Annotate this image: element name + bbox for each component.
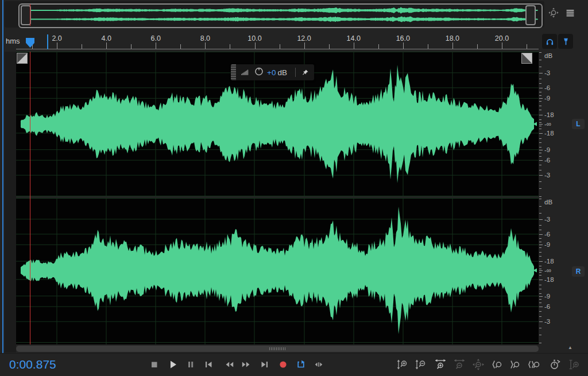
waveform-editor[interactable] — [16, 52, 539, 344]
zoom-in-time-icon — [434, 358, 447, 371]
audio-editor-panel: hms 2.04.06.08.010.012.014.016.018.020.0… — [0, 0, 588, 376]
db-scale-right-channel: dB-3-3-6-6-9-9-18-18-∞ — [539, 198, 573, 344]
zoom-amplitude-alt-icon — [567, 358, 581, 371]
stop-button[interactable] — [148, 358, 161, 371]
zoom-to-selection-button[interactable] — [527, 358, 541, 371]
db-scale-label: -6 — [544, 84, 550, 91]
db-scale-label: -18 — [544, 130, 554, 137]
db-tick — [539, 343, 541, 343]
overview-right-handle[interactable] — [525, 5, 536, 25]
zoom-navigator-button[interactable] — [547, 6, 560, 20]
playhead-line — [30, 52, 30, 344]
db-scale-label: -6 — [544, 303, 550, 310]
play-button[interactable] — [166, 358, 180, 371]
overview-navigator[interactable] — [5, 1, 544, 28]
horizontal-scrollbar[interactable] — [16, 346, 539, 352]
scrollbar-grip-icon[interactable] — [269, 347, 285, 350]
zoom-amplitude-disabled-button[interactable] — [567, 358, 581, 371]
db-tick — [539, 261, 543, 262]
collapse-arrow-icon[interactable]: ▲ — [568, 345, 572, 350]
zoom-out-point-icon — [508, 358, 522, 371]
channel-badge-left[interactable]: L — [572, 119, 585, 129]
ruler-time-label: 14.0 — [341, 34, 366, 42]
db-tick — [539, 142, 541, 143]
db-tick — [539, 285, 541, 285]
zoom-out-time-button[interactable] — [452, 358, 466, 371]
pin-hud-icon[interactable] — [301, 68, 310, 77]
db-tick — [539, 206, 541, 207]
db-tick — [539, 110, 541, 110]
skip-selection-button[interactable] — [312, 358, 326, 371]
fast-forward-button[interactable] — [239, 358, 253, 371]
db-scale-label: -6 — [544, 231, 550, 238]
time-ruler[interactable]: hms 2.04.06.08.010.012.014.016.018.020.0 — [5, 34, 539, 49]
loop-icon — [294, 358, 308, 371]
zoom-in-point-icon — [490, 358, 504, 371]
ruler-time-label: 4.0 — [94, 34, 119, 42]
panel-menu-button[interactable] — [563, 6, 577, 20]
time-display[interactable]: 0:00.875 — [9, 358, 56, 371]
zoom-out-amplitude-icon — [414, 358, 428, 371]
db-tick — [539, 147, 541, 148]
panel-menu-icon — [564, 7, 577, 20]
zoom-to-in-point-button[interactable] — [490, 358, 504, 371]
fade-in-handle[interactable] — [17, 53, 28, 64]
db-scale-header: dB — [544, 52, 552, 59]
db-scale-label: -9 — [544, 293, 550, 300]
db-tick — [539, 122, 541, 123]
pause-button[interactable] — [184, 358, 198, 371]
zoom-in-amplitude-button[interactable] — [396, 358, 409, 371]
db-tick — [539, 101, 541, 102]
loop-playback-button[interactable] — [294, 358, 308, 371]
db-tick — [539, 275, 541, 276]
db-tick — [539, 219, 543, 220]
db-tick — [539, 321, 543, 322]
ruler-units-label[interactable]: hms — [6, 37, 20, 45]
zoom-out-amplitude-button[interactable] — [414, 358, 428, 371]
db-tick — [539, 270, 543, 271]
headphones-icon — [544, 36, 555, 47]
skip-start-icon — [202, 358, 215, 371]
db-tick — [539, 299, 541, 300]
db-scale-label: -9 — [544, 146, 550, 153]
db-tick — [539, 98, 543, 99]
db-tick — [539, 67, 541, 67]
playhead-marker[interactable] — [26, 38, 34, 48]
db-tick — [539, 150, 543, 150]
monitor-headphones-button[interactable] — [542, 34, 557, 49]
skip-end-icon — [258, 358, 272, 371]
razor-tool-button[interactable] — [558, 34, 573, 49]
db-tick — [539, 153, 541, 153]
channel-badge-right[interactable]: R — [572, 266, 585, 277]
zoom-in-time-button[interactable] — [434, 358, 447, 371]
record-button[interactable] — [276, 358, 290, 371]
hud-drag-handle-icon[interactable] — [231, 64, 236, 80]
ruler-time-label: 20.0 — [489, 34, 514, 42]
gain-value[interactable]: +0 — [267, 68, 276, 77]
status-bar: 0:00.875 — [0, 353, 588, 376]
skip-to-start-button[interactable] — [202, 358, 215, 371]
zoom-to-out-point-button[interactable] — [508, 358, 522, 371]
volume-hud[interactable]: +0 dB — [231, 64, 314, 80]
db-tick — [539, 316, 541, 317]
zoom-selection-icon — [527, 358, 541, 371]
skip-to-end-button[interactable] — [258, 358, 272, 371]
db-tick — [539, 280, 543, 280]
zoom-out-full-button[interactable] — [471, 358, 485, 371]
db-tick — [539, 242, 541, 242]
db-scale-label: -3 — [544, 172, 550, 179]
db-tick — [539, 199, 541, 199]
zoom-playhead-timer-button[interactable] — [548, 358, 562, 371]
db-tick — [539, 165, 541, 165]
db-tick — [539, 307, 543, 307]
waveform-channel-right[interactable] — [16, 198, 539, 344]
volume-knob-icon[interactable] — [250, 65, 265, 79]
overview-range-selector[interactable] — [18, 3, 543, 28]
db-tick — [539, 92, 541, 92]
rewind-button[interactable] — [222, 358, 236, 371]
ruler-time-label: 6.0 — [143, 34, 168, 42]
db-tick — [539, 126, 541, 126]
fade-out-handle[interactable] — [521, 53, 532, 64]
db-tick — [539, 272, 541, 273]
zoom-navigator-icon — [547, 7, 560, 20]
